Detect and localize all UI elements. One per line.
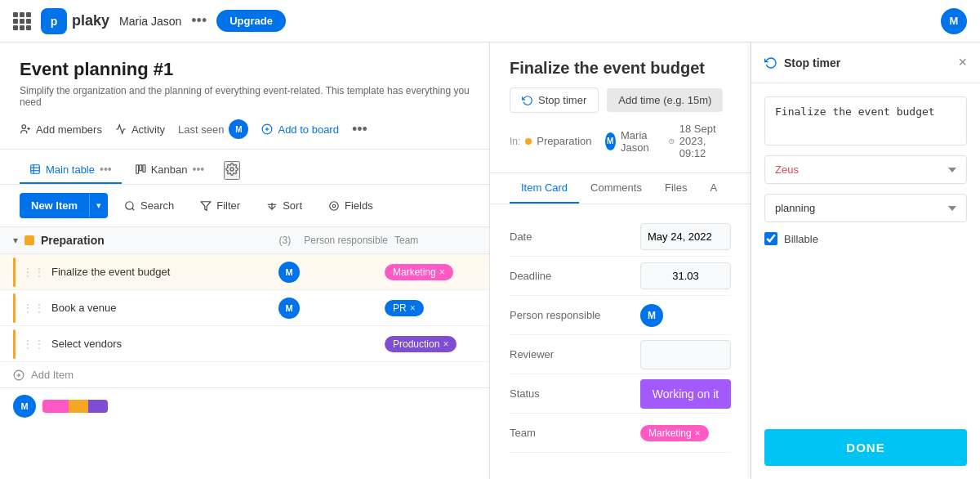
- logo-icon: p: [41, 8, 67, 34]
- group-color-dot: [525, 138, 532, 145]
- field-reviewer: Reviewer: [510, 335, 731, 374]
- reviewer-value[interactable]: [640, 340, 731, 369]
- field-value: M: [640, 304, 731, 327]
- date-value: May 24, 2022: [648, 231, 712, 243]
- close-timer-button[interactable]: ×: [958, 54, 967, 71]
- main-table-dots[interactable]: •••: [100, 163, 112, 176]
- tab-kanban[interactable]: Kanban •••: [125, 156, 215, 184]
- meta-user-avatar: M: [605, 132, 616, 150]
- timer-icon: [764, 56, 777, 69]
- search-button[interactable]: Search: [114, 194, 184, 217]
- add-to-board-button[interactable]: Add to board: [261, 123, 338, 136]
- filter-button[interactable]: Filter: [190, 194, 250, 217]
- field-value: [640, 340, 731, 369]
- avatar[interactable]: M: [941, 8, 967, 34]
- row-accent: [13, 293, 16, 323]
- new-item-button[interactable]: New Item ▾: [20, 193, 108, 218]
- badge-remove-icon[interactable]: ×: [695, 428, 701, 439]
- tab-main-table[interactable]: Main table •••: [20, 156, 122, 184]
- add-item-button[interactable]: Add Item: [0, 362, 489, 387]
- meta-date: 18 Sept 2023, 09:12: [669, 123, 731, 159]
- last-seen-avatar: M: [229, 119, 248, 139]
- project-select[interactable]: Zeus: [764, 155, 967, 184]
- kanban-dots[interactable]: •••: [193, 163, 205, 176]
- group-color-dot: [24, 235, 34, 245]
- sort-button[interactable]: Sort: [256, 194, 312, 217]
- status-badge[interactable]: Working on it: [640, 379, 731, 409]
- fields-button[interactable]: Fields: [318, 194, 383, 217]
- team-badge: Production ×: [385, 336, 457, 352]
- detail-header: Finalize the event budget Stop timer Add…: [490, 43, 751, 173]
- row-team: Production ×: [378, 336, 476, 352]
- detail-fields: Date May 24, 2022 Deadline 31.03 Person …: [490, 204, 751, 479]
- user-menu-button[interactable]: •••: [191, 12, 207, 29]
- tab-comments[interactable]: Comments: [579, 173, 653, 204]
- tab-item-card[interactable]: Item Card: [510, 173, 579, 204]
- user-name: Maria Jason: [119, 15, 181, 28]
- tab-activity[interactable]: A: [698, 173, 728, 204]
- col-team-header: Team: [394, 235, 476, 246]
- main-layout: Event planning #1 Simplify the organizat…: [0, 43, 980, 479]
- summary-avatar: M: [13, 395, 36, 418]
- detail-panel: Finalize the event budget Stop timer Add…: [490, 43, 751, 479]
- badge-remove-icon[interactable]: ×: [439, 266, 445, 278]
- task-name[interactable]: Finalize the event budget: [51, 266, 272, 278]
- board-description: Simplify the organization and the planni…: [20, 85, 470, 108]
- badge-remove-icon[interactable]: ×: [443, 338, 448, 350]
- category-select-wrapper: planning: [764, 194, 967, 222]
- drag-handle-icon[interactable]: ⋮⋮: [22, 302, 45, 315]
- detail-title: Finalize the event budget: [510, 59, 731, 78]
- group-preparation-header: ▾ Preparation (3) Person responsible Tea…: [0, 227, 489, 254]
- activity-label: Activity: [131, 123, 165, 136]
- field-date: Date May 24, 2022: [510, 217, 731, 257]
- group-toggle[interactable]: ▾: [13, 235, 18, 246]
- row-team: PR ×: [378, 300, 476, 316]
- field-value: May 24, 2022: [640, 223, 731, 250]
- drag-handle-icon[interactable]: ⋮⋮: [22, 338, 45, 351]
- done-button[interactable]: DONE: [764, 429, 967, 466]
- add-time-button[interactable]: Add time (e.g. 15m): [607, 88, 723, 112]
- timer-panel-header: Stop timer ×: [751, 43, 980, 83]
- field-value: 31.03: [640, 262, 731, 289]
- meta-group: In: Preparation: [510, 135, 592, 147]
- stop-timer-button[interactable]: Stop timer: [510, 87, 599, 113]
- apps-grid-icon[interactable]: [13, 12, 31, 30]
- board-header: Event planning #1 Simplify the organizat…: [0, 43, 489, 150]
- svg-point-17: [330, 201, 339, 210]
- add-members-button[interactable]: Add members: [20, 123, 102, 136]
- board-settings-button[interactable]: [224, 161, 240, 180]
- field-label: Person responsible: [510, 309, 640, 321]
- project-select-wrapper: Zeus: [764, 155, 967, 184]
- field-team: Team Marketing ×: [510, 414, 731, 453]
- board-more-button[interactable]: •••: [352, 121, 368, 138]
- group-name: Preparation: [41, 234, 279, 247]
- board-title: Event planning #1: [20, 59, 470, 80]
- progress-bar: [42, 400, 108, 413]
- activity-button[interactable]: Activity: [115, 123, 165, 136]
- in-label: In:: [510, 136, 520, 147]
- svg-point-11: [230, 168, 234, 171]
- field-value: Marketing ×: [640, 425, 731, 441]
- board-actions: Add members Activity Last seen M Add to …: [20, 119, 470, 139]
- table-row: ⋮⋮ Select vendors Production ×: [0, 326, 489, 362]
- drag-handle-icon[interactable]: ⋮⋮: [22, 266, 45, 279]
- upgrade-button[interactable]: Upgrade: [216, 10, 286, 32]
- task-name[interactable]: Select vendors: [51, 338, 272, 350]
- new-item-label: New Item: [20, 193, 89, 218]
- new-item-arrow-icon[interactable]: ▾: [89, 194, 108, 217]
- billable-checkbox[interactable]: [764, 232, 777, 245]
- svg-rect-4: [31, 165, 40, 174]
- task-name[interactable]: Book a venue: [51, 302, 272, 314]
- left-panel: Event planning #1 Simplify the organizat…: [0, 43, 490, 479]
- category-select[interactable]: planning: [764, 194, 967, 222]
- field-label: Date: [510, 231, 640, 243]
- tab-files[interactable]: Files: [653, 173, 698, 204]
- table-area: ▾ Preparation (3) Person responsible Tea…: [0, 227, 489, 479]
- responsible-avatar[interactable]: M: [640, 304, 663, 327]
- svg-marker-13: [201, 201, 211, 210]
- billable-row: Billable: [764, 232, 967, 245]
- timer-panel-title: Stop timer: [764, 56, 840, 69]
- timer-task-input[interactable]: [764, 96, 967, 145]
- badge-remove-icon[interactable]: ×: [410, 302, 416, 314]
- field-person-responsible: Person responsible M: [510, 296, 731, 335]
